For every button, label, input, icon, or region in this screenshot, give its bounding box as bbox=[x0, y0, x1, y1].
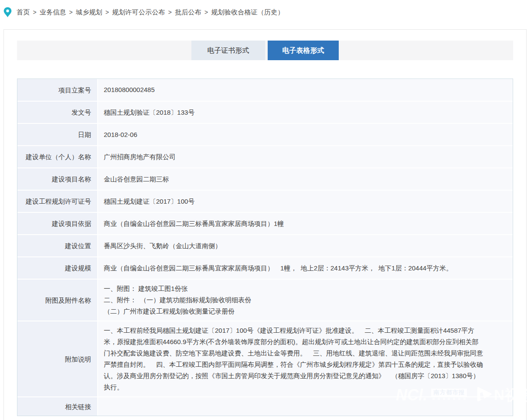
breadcrumb-separator: > bbox=[168, 9, 172, 16]
breadcrumb: 首页>业务信息>城乡规划>规划许可公示公布>批后公布>规划验收合格证（历史） bbox=[0, 0, 531, 24]
info-table: 项目立案号20180800002485发文号穗国土规划验证〔2018〕133号日… bbox=[17, 79, 513, 416]
table-row: 建设项目依据商业（自编金山谷创意园二期三标番禺宜家家居商场项目）1幢 bbox=[17, 212, 513, 234]
breadcrumb-separator: > bbox=[106, 9, 109, 16]
table-row: 相关链接 bbox=[17, 396, 513, 416]
breadcrumb-item[interactable]: 规划许可公示公布 bbox=[112, 8, 165, 16]
tab-electronic-table[interactable]: 电子表格形式 bbox=[268, 41, 339, 60]
row-value: 金山谷创意园二期三标 bbox=[98, 168, 513, 190]
row-label: 建设项目名称 bbox=[17, 168, 98, 190]
row-value: 商业（自编金山谷创意园二期三标番禺宜家家居商场项目） 1幢， 地上2层：2414… bbox=[98, 257, 513, 279]
table-row: 建设规模商业（自编金山谷创意园二期三标番禺宜家家居商场项目） 1幢， 地上2层：… bbox=[17, 256, 513, 279]
breadcrumb-item[interactable]: 批后公布 bbox=[175, 8, 201, 16]
breadcrumb-separator: > bbox=[69, 9, 73, 16]
row-label: 建设位置 bbox=[17, 235, 98, 256]
row-value: 2018-02-06 bbox=[98, 124, 513, 145]
row-label: 发文号 bbox=[17, 102, 98, 123]
row-value: 穗国土规划建证〔2017〕100号 bbox=[98, 191, 513, 212]
table-row: 建设单位（个人）名称广州招商房地产有限公司 bbox=[17, 145, 513, 167]
breadcrumb-separator: > bbox=[33, 9, 36, 16]
row-label: 项目立案号 bbox=[17, 79, 98, 101]
breadcrumb-item[interactable]: 业务信息 bbox=[40, 8, 66, 16]
row-value: 广州招商房地产有限公司 bbox=[98, 146, 513, 167]
table-row: 发文号穗国土规划验证〔2018〕133号 bbox=[17, 101, 513, 123]
row-label: 附图及附件名称 bbox=[17, 280, 98, 321]
tab-bar: 电子证书形式电子表格形式 bbox=[17, 41, 513, 60]
row-label: 建设规模 bbox=[17, 257, 98, 279]
row-label: 日期 bbox=[17, 124, 98, 145]
table-row: 项目立案号20180800002485 bbox=[17, 79, 513, 101]
breadcrumb-item[interactable]: 城乡规划 bbox=[76, 8, 102, 16]
row-value: 商业（自编金山谷创意园二期三标番禺宜家家居商场项目）1幢 bbox=[98, 213, 513, 234]
table-row: 附图及附件名称一、附图： 建筑竣工图1份张 二、附件： （一）建筑功能指标规划验… bbox=[17, 279, 513, 321]
row-value: 番禺区沙头街、飞鹅岭（金山大道南侧） bbox=[98, 235, 513, 256]
row-label: 建设工程规划许可证号 bbox=[17, 191, 98, 212]
row-value bbox=[98, 397, 513, 416]
table-row: 建设工程规划许可证号穗国土规划建证〔2017〕100号 bbox=[17, 190, 513, 212]
row-label: 建设单位（个人）名称 bbox=[17, 146, 98, 167]
row-label: 建设项目依据 bbox=[17, 213, 98, 234]
row-label: 附加说明 bbox=[17, 321, 98, 396]
tab-electronic-certificate[interactable]: 电子证书形式 bbox=[191, 41, 265, 60]
table-row: 日期2018-02-06 bbox=[17, 123, 513, 145]
table-row: 附加说明一、本工程前经我局穗国土规划建证〔2017〕100号《建设工程规划许可证… bbox=[17, 321, 513, 396]
content-card: 电子证书形式电子表格形式 项目立案号20180800002485发文号穗国土规划… bbox=[3, 29, 527, 420]
breadcrumb-separator: > bbox=[204, 9, 208, 16]
row-value: 一、本工程前经我局穗国土规划建证〔2017〕100号《建设工程规划许可证》批准建… bbox=[98, 321, 513, 396]
location-pin-icon bbox=[3, 7, 12, 17]
breadcrumb-items: 首页>业务信息>城乡规划>规划许可公示公布>批后公布>规划验收合格证（历史） bbox=[17, 8, 284, 17]
row-value: 20180800002485 bbox=[98, 79, 513, 101]
breadcrumb-item: 规划验收合格证（历史） bbox=[211, 8, 284, 16]
table-row: 建设位置番禺区沙头街、飞鹅岭（金山大道南侧） bbox=[17, 234, 513, 256]
row-value: 一、附图： 建筑竣工图1份张 二、附件： （一）建筑功能指标规划验收明细表份 （… bbox=[98, 280, 513, 321]
breadcrumb-item[interactable]: 首页 bbox=[17, 8, 30, 16]
table-row: 建设项目名称金山谷创意园二期三标 bbox=[17, 167, 513, 190]
row-label: 相关链接 bbox=[17, 397, 98, 416]
row-value: 穗国土规划验证〔2018〕133号 bbox=[98, 102, 513, 123]
